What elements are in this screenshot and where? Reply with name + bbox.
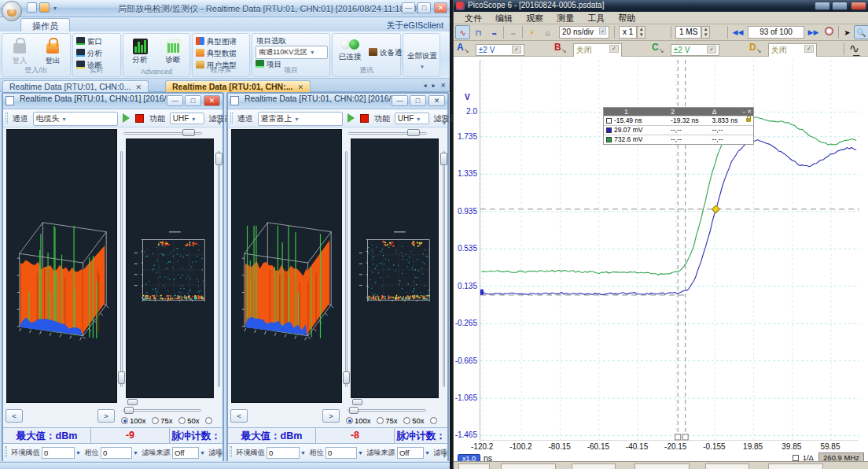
maximize-button[interactable] (832, 2, 848, 10)
tab-scroll-right-icon[interactable]: ▸ (429, 82, 438, 90)
tab-scroll-left-icon[interactable]: ◂ (421, 82, 429, 90)
lock-quick-icon[interactable] (39, 2, 50, 13)
radio-100x[interactable] (346, 417, 353, 424)
channel-a-range-select[interactable]: ±2 V✓ (476, 44, 524, 56)
buffer-prev-button[interactable]: ◀◀ (730, 25, 745, 39)
zoom-slider-track[interactable] (348, 409, 426, 412)
advanced-diagnose-button[interactable]: 诊断 (157, 36, 189, 69)
channel-b-group[interactable]: B↘ 关闭✓ (554, 42, 622, 56)
awg-button[interactable]: ∿̲ (847, 41, 862, 55)
minimize-button[interactable] (815, 2, 830, 10)
close-button[interactable] (851, 2, 866, 10)
left-v-slider-thumb[interactable] (118, 371, 125, 384)
page-prev-button[interactable]: < (6, 409, 23, 423)
buffer-next-button[interactable]: ▶▶ (806, 25, 821, 39)
noise-source-select[interactable]: Off (397, 447, 424, 459)
buffer-position-field[interactable]: 93 of 100 (748, 26, 804, 39)
freq-checkbox[interactable] (793, 455, 799, 461)
all-settings-button[interactable]: 全部设置 ▾ (406, 36, 439, 69)
egis-titlebar[interactable]: ▾ 局部放电检测/监测仪 - Realtime Data [RTU:01, CH… (0, 0, 450, 17)
child-titlebar[interactable]: Realtime Data [RTU:01, CHN:02] [2016/0..… (228, 94, 447, 109)
zoom-marquee-button[interactable]: 🔍 (854, 25, 868, 39)
home-button[interactable]: ⌂ (540, 25, 555, 39)
child-minimize-button[interactable]: — (392, 95, 408, 106)
timebase-select[interactable]: 20 ns/div✓ (559, 26, 609, 39)
radio-50x[interactable] (178, 417, 186, 424)
child-minimize-button[interactable]: — (167, 95, 183, 106)
page-prev-button[interactable]: < (230, 409, 248, 423)
samples-spinner[interactable]: 1 MS▲▼ (675, 26, 710, 39)
about-egisclient-link[interactable]: 关于eGISclient (386, 20, 443, 31)
toolbar-grip[interactable] (5, 446, 7, 457)
picoscope-titlebar[interactable]: PicoScope 6 - [20160824-0005.psdata] (454, 0, 868, 12)
logout-button[interactable]: 登出 (37, 36, 68, 69)
close-button[interactable]: ✕ (434, 2, 447, 13)
maximize-button[interactable]: □ (417, 2, 431, 13)
quick-access-icon[interactable] (27, 2, 37, 13)
channel-a-group[interactable]: A↘ ±2 V✓ (457, 42, 524, 56)
page-next-button[interactable]: > (322, 409, 340, 423)
play-button[interactable] (123, 113, 130, 123)
realtime-window-button[interactable]: 窗口 (76, 37, 102, 49)
scope-view-button[interactable]: ∿ (455, 25, 470, 39)
project-select[interactable]: 南通110KV北区 (256, 46, 328, 59)
app-orb-button[interactable] (2, 1, 22, 21)
page-next-button[interactable]: > (97, 409, 115, 423)
channel-d-range-select[interactable]: 关闭✓ (768, 43, 817, 57)
stop-button[interactable] (135, 114, 144, 123)
left-v-slider-track[interactable] (120, 151, 123, 387)
channel-select[interactable]: 避雷器上 (258, 112, 343, 126)
qat-chevron-icon[interactable]: ▾ (53, 5, 57, 12)
child-close-button[interactable]: ✕ (204, 95, 220, 106)
prpd-3d-plot[interactable] (231, 129, 342, 403)
toolbar-grip[interactable] (230, 446, 232, 457)
noise-source-select[interactable]: Off (172, 447, 199, 459)
doc-tab-2[interactable]: Realtime Data [RTU:01, CHN:...✕ (165, 80, 311, 92)
play-button[interactable] (348, 113, 355, 123)
advanced-analyze-button[interactable]: 分析 (124, 36, 156, 69)
menu-help[interactable]: 帮助 (618, 12, 635, 24)
h-slider-thumb[interactable] (182, 129, 195, 136)
radio-25x[interactable] (205, 417, 212, 424)
radio-100x[interactable] (121, 417, 128, 424)
login-button[interactable]: 登入 (4, 36, 35, 69)
right-v-slider-track[interactable] (218, 151, 220, 387)
stop-button[interactable] (360, 114, 369, 123)
probe-button[interactable]: ⚡ (524, 25, 539, 39)
function-select[interactable]: UHF (170, 113, 204, 124)
child-close-button[interactable]: ✕ (428, 95, 445, 106)
lock-icon[interactable] (746, 118, 751, 122)
child-titlebar[interactable]: Realtime Data [RTU:01, CHN:01] [2016/0..… (3, 94, 223, 109)
toolbar-grip[interactable] (230, 113, 233, 124)
child-maximize-button[interactable]: □ (185, 95, 201, 106)
env-threshold-select[interactable]: 0 (42, 447, 75, 459)
menu-tools[interactable]: 工具 (587, 12, 605, 24)
minimize-button[interactable]: — (402, 2, 415, 13)
tab-close-icon[interactable]: ✕ (135, 83, 142, 91)
bottom-slider-thumb[interactable] (352, 399, 362, 405)
bottom-slider-thumb[interactable] (127, 399, 138, 405)
toolbar-grip[interactable] (6, 113, 8, 124)
h-slider-thumb[interactable] (407, 129, 420, 136)
menu-file[interactable]: 文件 (465, 12, 482, 24)
channel-c-range-select[interactable]: ±2 V✓ (671, 44, 719, 56)
right-v-slider-thumb[interactable] (215, 153, 223, 165)
tab-operator[interactable]: 操作员 (20, 18, 70, 31)
scatter-plot-panel[interactable] (126, 138, 214, 398)
zoom-slider-thumb[interactable] (124, 407, 134, 414)
spectrum-view-button[interactable]: ⫬ (487, 25, 502, 39)
zoom-slider-track[interactable] (123, 409, 201, 412)
zoom-factor-spinner[interactable]: x 1▲▼ (619, 26, 645, 39)
typical-atlas-button[interactable]: 典型图谱 (196, 37, 237, 49)
right-v-slider-thumb[interactable] (440, 153, 447, 165)
radio-25x[interactable] (430, 417, 437, 424)
persistence-button[interactable]: ⫬ (506, 25, 520, 39)
typical-data-button[interactable]: 典型数据 (196, 49, 237, 61)
channel-select[interactable]: 电缆头 (33, 112, 118, 126)
toolbar-overflow-icon[interactable]: ▾▾ (443, 113, 446, 127)
prpd-3d-plot[interactable] (6, 129, 117, 403)
pointer-tool-button[interactable]: ➤ (840, 25, 855, 39)
left-v-slider-thumb[interactable] (343, 371, 350, 384)
right-v-slider-track[interactable] (443, 151, 445, 387)
doc-tab-1[interactable]: Realtime Data [RTU:01, CHN:0...✕ (2, 80, 149, 92)
